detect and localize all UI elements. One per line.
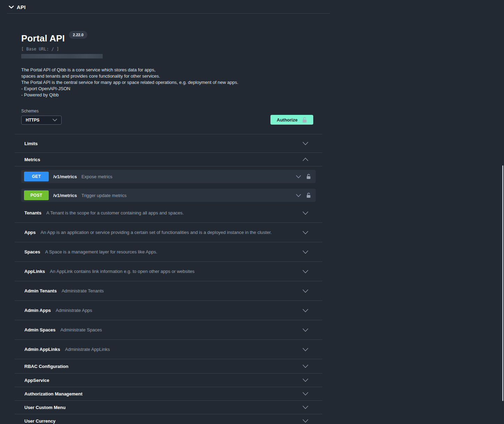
page-title: Portal API (21, 33, 65, 44)
authorize-label: Authorize (277, 117, 298, 123)
tag-name: Metrics (24, 157, 40, 162)
tag-row-spaces[interactable]: Spaces A Space is a management layer for… (15, 242, 322, 262)
tag-row-user-currency[interactable]: User Currency (15, 414, 322, 424)
tag-sections: Limits Metrics GET /v1/metrics Expose me… (15, 134, 322, 424)
operation-summary: Expose metrics (81, 174, 112, 179)
unlock-icon (302, 117, 307, 123)
chevron-down-icon[interactable] (302, 231, 308, 234)
tag-name: Tenants (24, 210, 41, 215)
api-section-toggle[interactable]: API (7, 0, 330, 14)
chevron-down-icon[interactable] (302, 364, 308, 368)
scheme-auth-row: Schemes HTTPS Authorize (15, 109, 322, 125)
unlock-icon[interactable] (306, 174, 311, 179)
description-line: - Powered by Qibb (21, 92, 322, 98)
api-info: Portal API 2.22.0 [ Base URL: / ] The Po… (15, 14, 322, 98)
tag-row-authorization-management[interactable]: Authorization Management (15, 387, 322, 401)
swagger-api-page: API Portal API 2.22.0 [ Base URL: / ] Th… (0, 0, 504, 424)
vertical-scrollbar[interactable] (502, 165, 503, 401)
chevron-down-icon[interactable] (302, 270, 308, 273)
api-content: Portal API 2.22.0 [ Base URL: / ] The Po… (15, 14, 322, 424)
tag-description: An AppLink contains link information e.g… (50, 269, 195, 274)
tag-row-admin-tenants[interactable]: Admin Tenants Administrate Tenants (15, 281, 322, 301)
chevron-down-icon[interactable] (302, 392, 308, 395)
tag-row-appservice[interactable]: AppService (15, 374, 322, 387)
api-section-label: API (17, 4, 26, 10)
version-badge: 2.22.0 (69, 31, 87, 39)
chevron-down-icon[interactable] (302, 250, 308, 254)
tag-description: A Space is a management layer for resour… (45, 249, 157, 254)
unlock-icon[interactable] (306, 193, 311, 198)
description-line: The Portal API is the central service fo… (21, 79, 322, 86)
chevron-down-icon (9, 6, 14, 9)
tag-row-limits[interactable]: Limits (15, 134, 322, 153)
redacted-link-bar (21, 54, 103, 58)
chevron-down-icon[interactable] (296, 175, 301, 178)
tag-name: Spaces (24, 249, 40, 254)
scheme-select[interactable]: HTTPS (21, 116, 62, 125)
api-description: The Portal API of Qibb is a core service… (21, 67, 322, 98)
tag-name: User Currency (24, 418, 56, 424)
tag-name: Apps (24, 230, 36, 235)
tag-row-admin-applinks[interactable]: Admin AppLinks Administrate AppLinks (15, 340, 322, 359)
tag-description: A Tenant is the scope for a customer con… (46, 210, 184, 215)
description-line: - Export OpenAPI-JSON (21, 86, 322, 92)
tag-row-applinks[interactable]: AppLinks An AppLink contains link inform… (15, 262, 322, 281)
tag-name: Limits (24, 141, 38, 146)
description-line: The Portal API of Qibb is a core service… (21, 67, 322, 73)
authorize-button[interactable]: Authorize (270, 115, 313, 125)
chevron-down-icon[interactable] (302, 142, 308, 145)
tag-description: Administrate AppLinks (65, 347, 110, 352)
chevron-down-icon[interactable] (302, 328, 308, 332)
base-url: [ Base URL: / ] (21, 47, 322, 52)
chevron-down-icon[interactable] (302, 309, 308, 312)
operation-path: /v1/metrics (53, 193, 77, 198)
operation-path: /v1/metrics (53, 174, 77, 179)
tag-row-admin-spaces[interactable]: Admin Spaces Administrate Spaces (15, 320, 322, 340)
tag-row-admin-apps[interactable]: Admin Apps Administrate Apps (15, 301, 322, 320)
chevron-down-icon[interactable] (302, 419, 308, 423)
tag-name: Admin AppLinks (24, 347, 60, 352)
tag-name: User Custom Menu (24, 405, 65, 410)
tag-name: Admin Tenants (24, 288, 57, 293)
method-badge-get: GET (24, 172, 49, 181)
tag-name: Authorization Management (24, 391, 82, 396)
tag-row-tenants[interactable]: Tenants A Tenant is the scope for a cust… (15, 203, 322, 223)
tag-name: AppLinks (24, 269, 45, 274)
chevron-down-icon[interactable] (296, 194, 301, 197)
operation-get-v1-metrics[interactable]: GET /v1/metrics Expose metrics (21, 170, 316, 183)
scheme-selected-value: HTTPS (26, 118, 39, 123)
method-badge-post: POST (24, 190, 49, 200)
tag-description: Administrate Apps (56, 308, 92, 313)
tag-name: Admin Apps (24, 308, 51, 313)
description-line: spaces and tenants and provides core fun… (21, 73, 322, 79)
operation-post-v1-metrics[interactable]: POST /v1/metrics Trigger update metrics (21, 189, 316, 202)
chevron-down-icon[interactable] (302, 348, 308, 351)
tag-description: Administrate Tenants (62, 288, 104, 293)
tag-description: An App is an application or service prov… (41, 230, 272, 235)
chevron-down-icon[interactable] (302, 289, 308, 293)
schemes-group: Schemes HTTPS (21, 109, 62, 125)
tag-description: Administrate Spaces (61, 327, 102, 332)
tag-row-apps[interactable]: Apps An App is an application or service… (15, 223, 322, 242)
schemes-label: Schemes (21, 109, 62, 113)
tag-row-rbac-configuration[interactable]: RBAC Configuration (15, 359, 322, 374)
tag-row-user-custom-menu[interactable]: User Custom Menu (15, 401, 322, 414)
chevron-up-icon[interactable] (302, 158, 308, 161)
tag-name: RBAC Configuration (24, 364, 68, 369)
tag-name: Admin Spaces (24, 327, 56, 332)
chevron-down-icon[interactable] (302, 378, 308, 382)
operation-summary: Trigger update metrics (81, 193, 127, 198)
tag-row-metrics[interactable]: Metrics (15, 153, 322, 166)
tag-name: AppService (24, 378, 49, 383)
chevron-down-icon[interactable] (302, 406, 308, 409)
chevron-down-icon[interactable] (302, 211, 308, 215)
chevron-down-icon (53, 119, 57, 121)
